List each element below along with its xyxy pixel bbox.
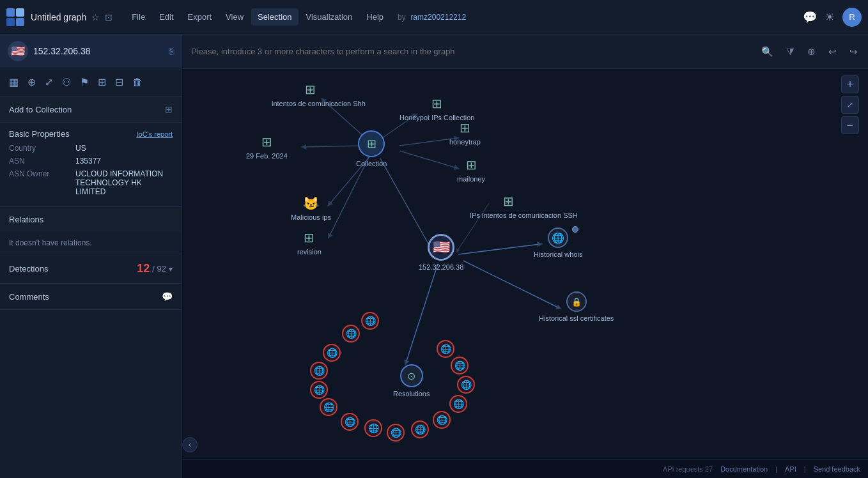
add-collection-section: Add to Collection ⊞ [0, 96, 182, 123]
ioc-link[interactable]: IoC's report [136, 130, 173, 138]
undo-icon[interactable]: ↩ [825, 43, 841, 60]
prop-asn-owner: ASN Owner UCLOUD INFORMATION TECHNOLOGY … [9, 169, 173, 196]
resolution-node-1[interactable]: 🌐 [323, 344, 341, 362]
nav-export[interactable]: Export [182, 8, 219, 26]
node-resolutions[interactable]: ⊙ Resolutions [393, 364, 430, 397]
delete-icon[interactable]: 🗑 [130, 74, 145, 91]
node-malicious[interactable]: 😼 Malicious ips [291, 196, 331, 221]
resolution-node-5[interactable]: 🌐 [310, 381, 328, 399]
redo-icon[interactable]: ↪ [846, 43, 862, 60]
group-icon[interactable]: ⚇ [59, 73, 74, 91]
node-main-ip[interactable]: 🇺🇸 152.32.206.38 [419, 234, 463, 271]
graph-area[interactable]: 🔍 ⧩ ⊕ ↩ ↪ [182, 35, 868, 478]
graph-title: Untitled graph [31, 12, 86, 22]
resolution-node-4[interactable]: 🌐 [310, 362, 328, 380]
svg-line-6 [329, 157, 369, 236]
resolution-node-12[interactable]: 🌐 [449, 395, 467, 413]
theme-icon[interactable]: ☀ [825, 10, 835, 24]
nav-menu: File Edit Export View Selection Visualiz… [125, 8, 796, 26]
merge-icon[interactable]: ⊟ [112, 73, 126, 91]
title-area: Untitled graph ☆ ⊡ [31, 12, 112, 22]
comment-icon[interactable]: 💬 [162, 291, 173, 302]
app-logo[interactable] [6, 8, 24, 26]
resolution-node-8[interactable]: 🌐 [364, 419, 382, 437]
svg-line-7 [458, 244, 540, 254]
resolution-node-7[interactable]: 🌐 [341, 413, 359, 431]
nav-edit[interactable]: Edit [153, 8, 180, 26]
save-icon[interactable]: ⊡ [105, 12, 112, 22]
nav-view[interactable]: View [219, 8, 250, 26]
table-icon[interactable]: ▦ [6, 73, 21, 91]
resolution-node-14[interactable]: 🌐 [451, 357, 469, 374]
search-input[interactable] [189, 43, 752, 60]
comments-title: Comments [9, 292, 49, 302]
nav-help[interactable]: Help [360, 8, 390, 26]
documentation-link[interactable]: Documentation [720, 465, 768, 473]
nav-visualization[interactable]: Visualization [300, 8, 359, 26]
stack-icon-intentos-shh: ⊞ [305, 82, 316, 97]
relations-empty: It doesn't have relations. [9, 238, 92, 247]
chevron-down-icon[interactable]: ▾ [169, 265, 173, 274]
node-label-ssl: Historical ssl certificates [539, 314, 614, 322]
resolution-node-15[interactable]: 🌐 [437, 340, 454, 358]
add-collection-header[interactable]: Add to Collection ⊞ [0, 96, 182, 122]
node-collection[interactable]: ⊞ Collection [356, 130, 387, 167]
node-honeypot[interactable]: ⊞ Honeypot IPs Collection [399, 96, 474, 121]
zoom-in-button[interactable]: + [841, 75, 859, 93]
resolution-node-13[interactable]: 🌐 [457, 376, 475, 394]
detections-title: Detections [9, 264, 48, 274]
asn-owner-value: UCLOUD INFORMATION TECHNOLOGY HK LIMITED [75, 169, 173, 196]
node-ips-intentos-ssh[interactable]: ⊞ IPs intentos de comunicacion SSH [470, 194, 546, 219]
resolution-node-2[interactable]: 🌐 [342, 325, 360, 343]
node-feb2024[interactable]: ⊞ 29 Feb. 2024 [246, 134, 288, 160]
node-label-mailoney: mailoney [457, 175, 485, 183]
comments-header[interactable]: Comments 💬 [0, 284, 182, 309]
avatar[interactable]: R [842, 8, 862, 27]
resolution-node-11[interactable]: 🌐 [433, 411, 451, 429]
search-icon[interactable]: 🔍 [757, 43, 777, 60]
filter-icon[interactable]: ⧩ [782, 43, 798, 60]
zoom-out-button[interactable]: − [841, 116, 859, 134]
zoom-controls: + ⤢ − [841, 75, 859, 134]
username: ramz200212212 [410, 13, 466, 22]
nav-file[interactable]: File [125, 8, 151, 26]
stack-icon-ips-ssh: ⊞ [503, 194, 514, 209]
add-icon[interactable]: ⊕ [25, 73, 38, 91]
relations-header[interactable]: Relations [0, 207, 182, 232]
api-link[interactable]: API [785, 465, 796, 473]
chat-icon[interactable]: 💬 [803, 10, 817, 24]
ip-address[interactable]: 152.32.206.38 [33, 46, 164, 56]
nav-selection[interactable]: Selection [251, 8, 298, 26]
resolution-node-9[interactable]: 🌐 [387, 424, 405, 442]
www-icon: 🌐 [548, 227, 568, 248]
node-intentos-shh[interactable]: ⊞ intentos de comunicacion Shh [272, 82, 348, 107]
feedback-link[interactable]: Send feedback [814, 465, 860, 473]
detections-header[interactable]: Detections 12 / 92 ▾ [0, 254, 182, 283]
asn-value: 135377 [75, 157, 173, 166]
graph-canvas: ⊞ intentos de comunicacion Shh ⊞ Honeypo… [182, 69, 868, 459]
resolution-node-10[interactable]: 🌐 [411, 420, 429, 438]
resolution-node-3[interactable]: 🌐 [361, 312, 379, 330]
collapse-sidebar-button[interactable]: ‹ [182, 437, 198, 452]
svg-line-9 [406, 264, 438, 363]
country-value: US [75, 144, 173, 153]
ip-header: 🇺🇸 152.32.206.38 ⎘ [0, 35, 182, 68]
node-historical-ssl[interactable]: 🔒 Historical ssl certificates [539, 291, 614, 322]
copy-icon[interactable]: ⎘ [169, 46, 174, 56]
node-honeytrap[interactable]: ⊞ honeytrap [449, 120, 481, 146]
zoom-fit-button[interactable]: ⤢ [841, 96, 859, 114]
add-to-graph-icon[interactable]: ⊕ [803, 43, 819, 60]
flag-tool-icon[interactable]: ⚑ [77, 73, 91, 91]
separator2: | [804, 465, 806, 473]
stack-icon-malicious: 😼 [303, 196, 319, 211]
node-revision[interactable]: ⊞ revision [297, 230, 322, 256]
resolution-node-6[interactable]: 🌐 [320, 398, 337, 416]
hierarchy-icon[interactable]: ⊞ [95, 73, 109, 91]
star-icon[interactable]: ☆ [91, 12, 100, 22]
stack-icon-honeypot: ⊞ [431, 96, 442, 111]
expand-icon[interactable]: ⤢ [42, 73, 56, 91]
separator: | [775, 465, 777, 473]
node-mailoney[interactable]: ⊞ mailoney [457, 157, 485, 183]
sidebar: 🇺🇸 152.32.206.38 ⎘ ▦ ⊕ ⤢ ⚇ ⚑ ⊞ ⊟ 🗑 Add t… [0, 35, 182, 478]
stack-icon-honeytrap: ⊞ [460, 120, 470, 135]
